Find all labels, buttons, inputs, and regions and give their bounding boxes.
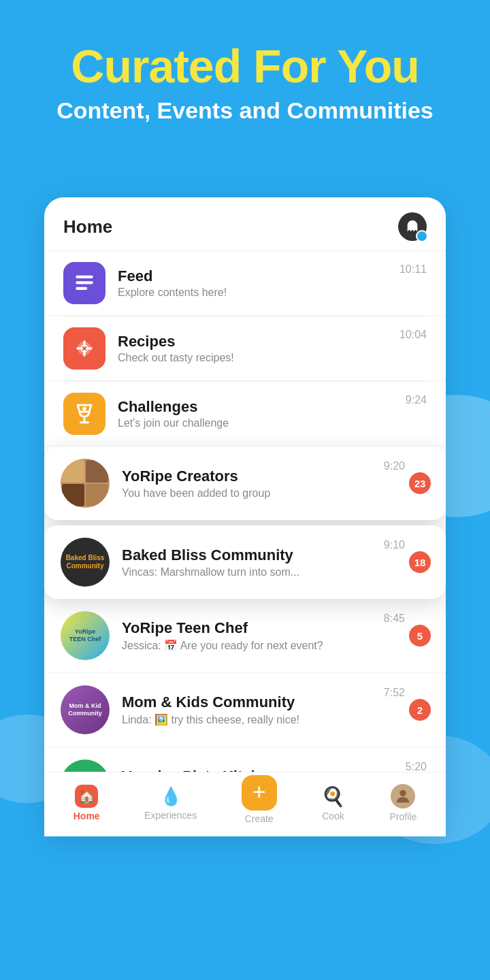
yoripe-creators-msg: You have been added to group <box>122 487 340 500</box>
list-item-feed[interactable]: Feed Explore contents here! 10:11 <box>44 251 446 316</box>
feed-time: 10:11 <box>399 263 427 276</box>
profile-avatar <box>391 784 415 808</box>
mom-kids-msg: Linda: 🖼️ try this cheese, really nice! <box>122 713 340 726</box>
teen-chef-msg: Jessica: 📅 Are you ready for next event? <box>122 639 340 652</box>
bottom-nav: 🏠 Home 💧 Experiences + Create 🍳 Cook <box>44 772 446 836</box>
baked-bliss-label: Baked BlissCommunity <box>66 554 105 570</box>
svg-rect-1 <box>76 281 93 284</box>
mom-kids-label: Mom & KidCommunity <box>68 702 102 717</box>
baked-bliss-time: 9:10 <box>384 539 405 551</box>
nav-label-experiences: Experiences <box>144 810 197 821</box>
ghost-icon <box>405 219 420 234</box>
nav-label-profile: Profile <box>390 811 417 822</box>
group-item-yoripe-creators[interactable]: YoRipe Creators You have been added to g… <box>44 446 446 520</box>
cook-icon: 🍳 <box>321 785 345 808</box>
elevated-card-yoripe: YoRipe Creators You have been added to g… <box>44 446 446 520</box>
mosaic-cell-4 <box>86 484 108 506</box>
hero-section: Curated For You Content, Events and Comm… <box>0 0 490 144</box>
teen-chef-badge: 5 <box>409 625 431 647</box>
mosaic-cell-3 <box>62 484 84 506</box>
card-header: Home <box>44 197 446 251</box>
create-icon: + <box>252 780 266 803</box>
avatar-baked-bliss: Baked BlissCommunity <box>61 538 110 587</box>
nav-item-experiences[interactable]: 💧 Experiences <box>144 786 197 821</box>
avatar-teen-chef: YoRipeTEEN Chef <box>61 611 110 660</box>
challenges-icon <box>63 393 105 435</box>
experiences-icon: 💧 <box>160 786 182 807</box>
list-item-challenges[interactable]: Challenges Let's join our challenge 9:24 <box>44 382 446 446</box>
nav-item-create[interactable]: + Create <box>242 782 277 824</box>
avatar-mom-kids: Mom & KidCommunity <box>61 685 110 734</box>
hero-title: Curated For You <box>27 41 463 92</box>
svg-rect-2 <box>76 287 87 290</box>
elevated-groups-wrapper: YoRipe Creators You have been added to g… <box>44 446 446 599</box>
main-card: Home Feed Explore contents here! 10:11 <box>44 197 446 836</box>
feed-name: Feed <box>118 267 427 285</box>
feed-icon <box>63 262 105 304</box>
mosaic-cell-2 <box>86 460 108 483</box>
feed-desc: Explore contents here! <box>118 287 427 299</box>
challenges-time: 9:24 <box>406 394 427 406</box>
challenges-desc: Let's join our challenge <box>118 417 427 429</box>
mom-kids-badge: 2 <box>409 699 431 721</box>
teen-chef-time: 8:45 <box>384 612 405 625</box>
nav-label-create: Create <box>245 813 274 824</box>
recipes-content: Recipes Check out tasty recipes! <box>118 333 427 364</box>
svg-rect-0 <box>76 276 93 278</box>
feed-content: Feed Explore contents here! <box>118 267 427 299</box>
nav-item-cook[interactable]: 🍳 Cook <box>321 785 345 821</box>
svg-point-5 <box>82 407 86 411</box>
home-icon: 🏠 <box>75 785 98 808</box>
card-content: Feed Explore contents here! 10:11 Recipe… <box>44 251 446 836</box>
nav-label-home: Home <box>74 811 100 821</box>
card-title: Home <box>63 216 112 238</box>
avatar-yoripe-creators <box>61 459 110 508</box>
add-community-button[interactable] <box>398 212 427 241</box>
profile-avatar-icon <box>393 787 412 806</box>
yoripe-creators-time: 9:20 <box>384 460 405 472</box>
mom-kids-time: 7:52 <box>384 687 405 699</box>
svg-point-6 <box>400 790 406 796</box>
hero-subtitle: Content, Events and Communities <box>27 97 463 124</box>
challenges-name: Challenges <box>118 398 427 416</box>
nav-item-home[interactable]: 🏠 Home <box>74 785 100 821</box>
group-item-teen-chef[interactable]: YoRipeTEEN Chef YoRipe Teen Chef Jessica… <box>44 599 446 673</box>
recipes-name: Recipes <box>118 333 427 350</box>
elevated-card-baked: Baked BlissCommunity Baked Bliss Communi… <box>44 525 446 599</box>
group-item-mom-kids[interactable]: Mom & KidCommunity Mom & Kids Community … <box>44 673 446 747</box>
group-item-baked-bliss[interactable]: Baked BlissCommunity Baked Bliss Communi… <box>44 525 446 599</box>
baked-bliss-msg: Vincas: Marshmallow turn into som... <box>122 566 340 578</box>
yoripe-creators-badge: 23 <box>409 472 431 494</box>
mosaic-cell-1 <box>62 460 84 483</box>
teen-chef-label: YoRipeTEEN Chef <box>69 628 101 643</box>
create-button[interactable]: + <box>242 775 277 811</box>
nav-item-profile[interactable]: Profile <box>390 784 417 822</box>
baked-bliss-badge: 18 <box>409 551 431 573</box>
recipes-time: 10:04 <box>399 329 427 341</box>
nav-label-cook: Cook <box>322 811 344 821</box>
recipes-desc: Check out tasty recipes! <box>118 352 427 364</box>
list-item-recipes[interactable]: Recipes Check out tasty recipes! 10:04 <box>44 316 446 381</box>
challenges-content: Challenges Let's join our challenge <box>118 398 427 429</box>
recipes-icon <box>63 327 105 370</box>
